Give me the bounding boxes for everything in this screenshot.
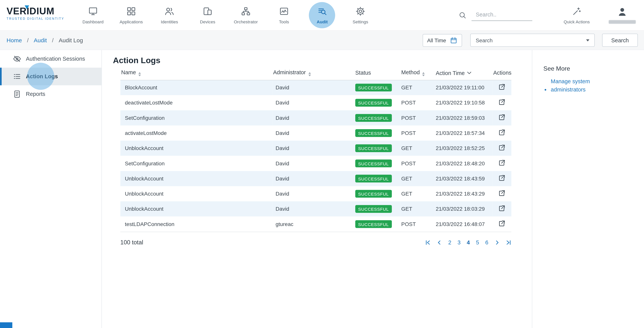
search-filter-value: Search [476,37,492,43]
open-in-new-icon[interactable] [498,174,506,182]
cell-administrator: David [272,126,354,141]
sidebar-item-label: Reports [26,91,45,97]
column-header-name[interactable]: Name [120,68,272,80]
nav-item-label: Identities [161,19,178,24]
open-in-new-icon[interactable] [498,83,506,91]
quick-actions-label: Quick Actions [564,19,590,24]
cell-actions [492,201,511,216]
pagination-page-2[interactable]: 2 [448,239,452,245]
status-badge: SUCCESSFUL [355,205,392,213]
total-count: 100 total [120,239,143,246]
list-item: Manage system administrators [551,77,637,94]
status-badge: SUCCESSFUL [355,129,392,137]
cell-actions [492,95,511,110]
skip-first-icon[interactable] [425,240,431,245]
open-in-new-icon[interactable] [498,98,506,106]
cell-method: GET [400,141,435,156]
cell-action-time: 21/03/2022 19:10:58 [435,95,492,110]
open-in-new-icon[interactable] [498,129,506,137]
cell-actions [492,171,511,186]
tools-icon [279,6,289,16]
sidebar-item-label: Action Logs [26,73,58,80]
see-more-list: Manage system administrators [544,77,636,94]
cell-name: UnblockAccount [120,201,272,216]
applications-icon [126,6,136,16]
chat-widget-stub[interactable] [0,322,12,328]
quick-actions-button[interactable]: Quick Actions [564,6,590,24]
column-header-action-time[interactable]: Action Time [435,68,492,80]
chevron-left-icon[interactable] [437,240,442,245]
open-in-new-icon[interactable] [498,204,506,212]
top-navigation-bar: VERIDIUM TRUSTED DIGITAL IDENTITY Dashbo… [0,0,644,31]
reports-document-icon [13,90,21,98]
breadcrumb-home-link[interactable]: Home [6,37,22,43]
cell-method: POST [400,126,435,141]
global-search-input[interactable] [472,9,532,21]
nav-item-identities[interactable]: Identities [150,0,188,30]
brand-tagline: TRUSTED DIGITAL IDENTITY [6,17,74,20]
time-range-label: All Time [427,37,446,43]
nav-item-applications[interactable]: Applications [112,0,150,30]
status-badge: SUCCESSFUL [355,144,392,152]
cell-method: GET [400,186,435,201]
veridium-logo[interactable]: VERIDIUM TRUSTED DIGITAL IDENTITY [0,0,74,30]
see-more-panel: See More Manage system administrators [532,50,644,328]
search-button[interactable]: Search [602,34,638,47]
pagination-page-5[interactable]: 5 [476,239,479,245]
audit-sidebar: Authentication Sessions Action Logs Repo… [0,50,102,328]
pagination-page-6[interactable]: 6 [485,239,488,245]
nav-item-orchestrator[interactable]: Orchestrator [227,0,265,30]
cell-administrator: David [272,80,354,95]
breadcrumb-audit-link[interactable]: Audit [34,37,47,43]
manage-system-administrators-link[interactable]: Manage system administrators [551,77,601,94]
nav-item-dashboard[interactable]: Dashboard [74,0,112,30]
skip-last-icon[interactable] [506,240,511,245]
sort-both-icon [308,72,311,76]
time-range-button[interactable]: All Time [423,34,462,46]
nav-item-label: Devices [200,19,215,24]
chevron-right-icon[interactable] [494,240,500,245]
nav-item-tools[interactable]: Tools [265,0,303,30]
user-name-redacted [609,20,636,24]
column-label: Administrator [273,69,306,76]
cell-administrator: David [272,201,354,216]
breadcrumb: Home / Audit / Audit Log [6,36,83,44]
open-in-new-icon[interactable] [498,220,506,228]
cell-administrator: David [272,95,354,110]
cell-actions [492,126,511,141]
open-in-new-icon[interactable] [498,144,506,152]
column-label: Method [401,69,420,76]
column-label: Action Time [436,70,465,76]
filter-controls: All Time Search Search [423,34,638,47]
cell-actions [492,80,511,95]
main-nav: Dashboard Applications Identities Device… [74,0,380,30]
column-header-method[interactable]: Method [400,68,435,80]
page-title: Action Logs [113,56,532,65]
cell-status: SUCCESSFUL [354,156,400,171]
column-header-administrator[interactable]: Administrator [272,68,354,80]
search-icon[interactable] [458,11,467,19]
cell-name: activateLostMode [120,126,272,141]
table-row: SetConfiguration David SUCCESSFUL POST 2… [120,110,511,125]
pagination-page-3[interactable]: 3 [458,239,460,245]
nav-item-audit[interactable]: Audit [303,0,341,30]
user-menu[interactable] [609,6,636,24]
cell-status: SUCCESSFUL [354,171,400,186]
breadcrumb-bar: Home / Audit / Audit Log All Time Search… [0,31,644,50]
cell-status: SUCCESSFUL [354,110,400,125]
sidebar-item-authentication-sessions[interactable]: Authentication Sessions [0,50,102,68]
search-filter-dropdown[interactable]: Search [470,34,595,47]
cell-name: deactivateLostMode [120,95,272,110]
sidebar-item-reports[interactable]: Reports [0,85,102,103]
open-in-new-icon[interactable] [498,114,506,121]
sidebar-item-action-logs[interactable]: Action Logs [0,68,102,85]
cell-administrator: gtureac [272,216,354,232]
nav-item-settings[interactable]: Settings [341,0,380,30]
nav-item-devices[interactable]: Devices [188,0,227,30]
pagination-page-4[interactable]: 4 [467,239,470,245]
status-badge: SUCCESSFUL [355,84,392,92]
topbar-right-cluster: Quick Actions [458,0,644,30]
open-in-new-icon[interactable] [498,159,506,167]
open-in-new-icon[interactable] [498,189,506,197]
table-row: SetConfiguration David SUCCESSFUL POST 2… [120,156,511,171]
